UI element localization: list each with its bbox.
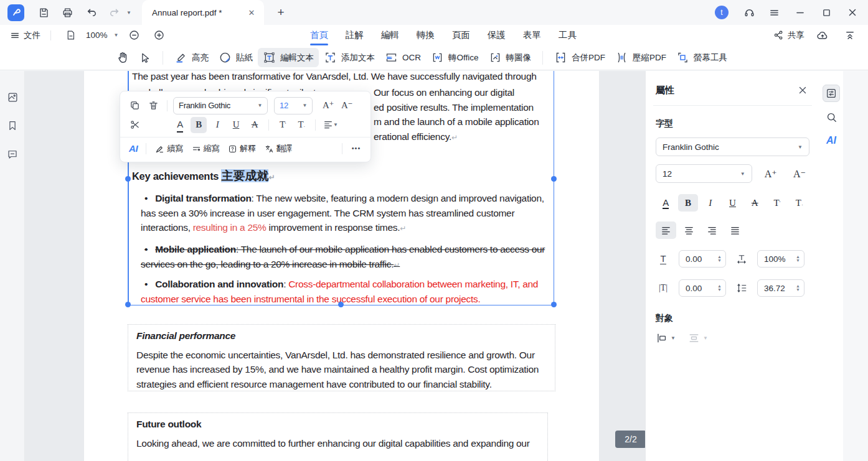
save-button[interactable] bbox=[34, 3, 53, 22]
underline-button[interactable]: U bbox=[228, 117, 244, 133]
underline-button[interactable]: U bbox=[722, 194, 743, 212]
to-office-button[interactable]: 轉Office bbox=[426, 48, 484, 67]
decrease-font-button[interactable]: A⁻ bbox=[339, 98, 355, 114]
history-dropdown-caret-icon[interactable]: ▼ bbox=[126, 10, 131, 16]
increase-font-button[interactable]: A⁺ bbox=[761, 165, 781, 182]
tab-comment[interactable]: 註解 bbox=[346, 25, 364, 45]
object-distribute-button[interactable]: ▼ bbox=[688, 332, 708, 344]
document-tab[interactable]: Annual report.pdf * ✕ bbox=[142, 0, 264, 25]
ai-button[interactable]: AI bbox=[126, 141, 140, 156]
delete-button[interactable] bbox=[145, 98, 161, 114]
app-menu-button[interactable] bbox=[763, 3, 785, 22]
selection-handle-bottom-center[interactable] bbox=[338, 302, 344, 307]
pdf-page[interactable]: The past year has been transformative fo… bbox=[84, 71, 599, 461]
cut-button[interactable] bbox=[126, 117, 143, 133]
add-text-button[interactable]: 添加文本 bbox=[319, 48, 380, 67]
undo-button[interactable] bbox=[82, 3, 100, 22]
ai-continue-writing-button[interactable]: 續寫 bbox=[152, 141, 186, 156]
ai-explain-button[interactable]: 解釋 bbox=[225, 141, 258, 156]
page-fit-button[interactable] bbox=[61, 26, 80, 45]
minimize-button[interactable] bbox=[790, 3, 811, 22]
superscript-button[interactable]: Tʹ bbox=[275, 117, 291, 133]
selection-handle-left[interactable] bbox=[125, 176, 131, 182]
alignment-button[interactable]: ▼ bbox=[321, 117, 340, 133]
tab-edit[interactable]: 編輯 bbox=[381, 25, 399, 45]
superscript-button[interactable]: Tʹ bbox=[767, 194, 788, 212]
italic-button[interactable]: I bbox=[209, 117, 225, 133]
screen-tools-button[interactable]: 螢幕工具 bbox=[671, 48, 732, 67]
redo-button[interactable] bbox=[105, 3, 124, 22]
bold-button[interactable]: B bbox=[678, 194, 699, 212]
character-spacing-field[interactable]: ▲▼ bbox=[679, 279, 726, 297]
stepper-arrows[interactable]: ▲▼ bbox=[717, 255, 722, 263]
tab-home[interactable]: 首頁 bbox=[310, 25, 328, 45]
increase-font-button[interactable]: A⁺ bbox=[320, 98, 336, 114]
align-right-button[interactable] bbox=[702, 221, 722, 239]
selection-handle-bottom-left[interactable] bbox=[125, 302, 131, 307]
font-color-button[interactable]: A bbox=[656, 194, 676, 212]
horizontal-scale-input[interactable] bbox=[764, 254, 796, 264]
baseline-offset-input[interactable] bbox=[686, 254, 717, 264]
sticker-button[interactable]: 貼紙 bbox=[214, 48, 258, 67]
hand-tool-button[interactable] bbox=[111, 48, 134, 67]
font-family-select[interactable]: Franklin Gothic ▼ bbox=[173, 97, 268, 114]
support-button[interactable] bbox=[740, 3, 758, 22]
ai-sidebar-button[interactable]: AI bbox=[823, 132, 840, 149]
select-tool-button[interactable] bbox=[134, 49, 156, 67]
compress-pdf-button[interactable]: 壓縮PDF bbox=[610, 48, 671, 67]
maximize-button[interactable] bbox=[816, 3, 837, 22]
cloud-upload-button[interactable] bbox=[813, 26, 832, 45]
italic-button[interactable]: I bbox=[700, 194, 720, 212]
close-panel-button[interactable] bbox=[796, 83, 809, 97]
account-avatar[interactable]: t bbox=[715, 6, 729, 19]
bookmarks-panel-button[interactable] bbox=[0, 113, 25, 138]
tab-protect[interactable]: 保護 bbox=[488, 25, 506, 45]
tab-form[interactable]: 表單 bbox=[523, 25, 541, 45]
ocr-button[interactable]: OCR OCR bbox=[380, 48, 426, 67]
share-button[interactable]: 共享 bbox=[773, 30, 804, 41]
object-align-button[interactable]: ▼ bbox=[656, 332, 676, 344]
strikethrough-button[interactable]: A bbox=[247, 117, 263, 133]
zoom-in-button[interactable] bbox=[149, 26, 168, 45]
search-button[interactable] bbox=[823, 108, 840, 126]
ai-abbreviate-button[interactable]: 縮寫 bbox=[189, 141, 222, 156]
stepper-arrows[interactable]: ▲▼ bbox=[796, 255, 800, 263]
font-size-select[interactable]: 12 ▼ bbox=[274, 97, 313, 114]
selection-handle-right[interactable] bbox=[551, 176, 557, 182]
strikethrough-button[interactable]: A bbox=[745, 194, 765, 212]
collapse-toolbar-button[interactable] bbox=[841, 26, 859, 45]
tab-convert[interactable]: 轉換 bbox=[417, 25, 435, 45]
comments-panel-button[interactable] bbox=[0, 142, 25, 167]
stepper-arrows[interactable]: ▲▼ bbox=[796, 284, 800, 292]
stepper-arrows[interactable]: ▲▼ bbox=[717, 284, 722, 292]
zoom-level-value[interactable]: 100% bbox=[86, 30, 108, 40]
baseline-offset-field[interactable]: ▲▼ bbox=[679, 250, 726, 268]
thumbnails-panel-button[interactable] bbox=[0, 85, 25, 109]
font-color-button[interactable]: A bbox=[172, 117, 188, 133]
ai-translate-button[interactable]: 翻譯 bbox=[262, 141, 295, 156]
highlight-button[interactable]: 高亮 bbox=[169, 48, 214, 67]
line-spacing-input[interactable] bbox=[764, 284, 796, 293]
line-spacing-field[interactable]: ▲▼ bbox=[757, 279, 804, 297]
properties-panel-button[interactable] bbox=[823, 85, 840, 102]
new-tab-button[interactable]: + bbox=[273, 4, 289, 21]
decrease-font-button[interactable]: A⁻ bbox=[790, 165, 809, 182]
align-center-button[interactable] bbox=[679, 221, 699, 239]
close-window-button[interactable] bbox=[842, 3, 863, 22]
to-image-button[interactable]: 轉圖像 bbox=[484, 48, 537, 67]
zoom-out-button[interactable] bbox=[125, 26, 143, 45]
doc-block-financial-performance[interactable]: Financial performance Despite the econom… bbox=[128, 324, 555, 391]
font-size-select[interactable]: 12 ▼ bbox=[656, 164, 752, 183]
zoom-dropdown-caret-icon[interactable]: ▼ bbox=[114, 32, 119, 38]
align-left-button[interactable] bbox=[656, 221, 676, 239]
print-button[interactable] bbox=[58, 3, 77, 22]
more-actions-button[interactable]: ••• bbox=[348, 141, 364, 157]
tab-page[interactable]: 頁面 bbox=[452, 25, 470, 45]
selected-text[interactable]: 主要成就 bbox=[221, 169, 268, 182]
selection-handle-bottom-right[interactable] bbox=[551, 302, 557, 307]
bold-button[interactable]: B bbox=[191, 117, 207, 133]
character-spacing-input[interactable] bbox=[686, 284, 717, 293]
subscript-button[interactable]: Tˏ bbox=[293, 117, 309, 133]
tab-close-icon[interactable]: ✕ bbox=[245, 6, 258, 19]
copy-button[interactable] bbox=[126, 98, 143, 114]
